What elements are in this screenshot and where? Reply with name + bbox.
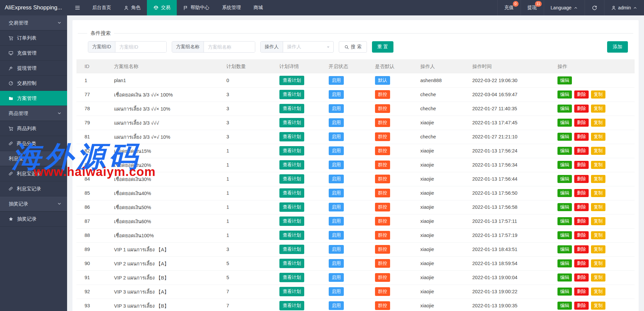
default-flag-button[interactable]: 群控 bbox=[375, 132, 390, 141]
copy-button[interactable]: 复制 bbox=[591, 217, 605, 225]
sidebar-item-recharge-manage[interactable]: 充值管理 bbox=[0, 46, 67, 61]
sidebar-item-interest-records[interactable]: 利息宝记录 bbox=[0, 181, 67, 196]
copy-button[interactable]: 复制 bbox=[591, 245, 605, 253]
delete-button[interactable]: 删除 bbox=[574, 147, 589, 155]
default-flag-button[interactable]: 群控 bbox=[375, 231, 390, 240]
copy-button[interactable]: 复制 bbox=[591, 203, 605, 211]
view-plan-button[interactable]: 查看计划 bbox=[279, 118, 304, 127]
view-plan-button[interactable]: 查看计划 bbox=[279, 231, 304, 240]
status-enabled-button[interactable]: 启用 bbox=[329, 301, 344, 310]
delete-button[interactable]: 删除 bbox=[574, 119, 589, 127]
delete-button[interactable]: 删除 bbox=[574, 203, 589, 211]
add-button[interactable]: 添加 bbox=[607, 41, 628, 53]
edit-button[interactable]: 编辑 bbox=[557, 302, 572, 310]
language-menu[interactable]: Language bbox=[544, 0, 585, 15]
plan-group-id-input[interactable] bbox=[115, 42, 166, 52]
status-enabled-button[interactable]: 启用 bbox=[329, 175, 344, 183]
edit-button[interactable]: 编辑 bbox=[557, 203, 572, 211]
view-plan-button[interactable]: 查看计划 bbox=[279, 216, 304, 226]
delete-button[interactable]: 删除 bbox=[574, 288, 589, 296]
default-flag-button[interactable]: 群控 bbox=[375, 273, 390, 282]
edit-button[interactable]: 编辑 bbox=[557, 288, 572, 296]
search-button[interactable]: 搜 索 bbox=[339, 41, 367, 53]
status-enabled-button[interactable]: 启用 bbox=[329, 203, 344, 211]
edit-button[interactable]: 编辑 bbox=[557, 147, 572, 155]
edit-button[interactable]: 编辑 bbox=[557, 76, 572, 84]
view-plan-button[interactable]: 查看计划 bbox=[279, 259, 304, 268]
view-plan-button[interactable]: 查看计划 bbox=[279, 132, 304, 141]
default-flag-button[interactable]: 群控 bbox=[375, 90, 390, 99]
default-flag-button[interactable]: 群控 bbox=[375, 287, 390, 296]
delete-button[interactable]: 删除 bbox=[574, 245, 589, 253]
edit-button[interactable]: 编辑 bbox=[557, 189, 572, 197]
view-plan-button[interactable]: 查看计划 bbox=[279, 287, 304, 296]
status-enabled-button[interactable]: 启用 bbox=[329, 76, 344, 85]
default-flag-button[interactable]: 群控 bbox=[375, 118, 390, 127]
sidebar-item-lottery-records[interactable]: 抽奖记录 bbox=[0, 211, 67, 227]
view-plan-button[interactable]: 查看计划 bbox=[279, 202, 304, 212]
delete-button[interactable]: 删除 bbox=[574, 90, 589, 99]
copy-button[interactable]: 复制 bbox=[591, 105, 605, 113]
default-flag-button[interactable]: 群控 bbox=[375, 104, 390, 113]
withdraw-button[interactable]: 提现 11 bbox=[521, 0, 544, 15]
sidebar-group-trade-manage[interactable]: 交易管理 bbox=[0, 15, 67, 30]
default-flag-button[interactable]: 群控 bbox=[375, 245, 390, 254]
status-enabled-button[interactable]: 启用 bbox=[329, 245, 344, 254]
view-plan-button[interactable]: 查看计划 bbox=[279, 76, 304, 85]
recharge-button[interactable]: 充值 0 bbox=[497, 0, 521, 15]
delete-button[interactable]: 删除 bbox=[574, 302, 589, 310]
status-enabled-button[interactable]: 启用 bbox=[329, 118, 344, 127]
view-plan-button[interactable]: 查看计划 bbox=[279, 174, 304, 184]
sidebar-item-goods-list[interactable]: 商品列表 bbox=[0, 121, 67, 136]
edit-button[interactable]: 编辑 bbox=[557, 119, 572, 127]
sidebar-group-lottery-records-group[interactable]: 抽奖记录 bbox=[0, 196, 67, 211]
copy-button[interactable]: 复制 bbox=[591, 147, 605, 155]
delete-button[interactable]: 删除 bbox=[574, 273, 589, 282]
delete-button[interactable]: 删除 bbox=[574, 161, 589, 169]
edit-button[interactable]: 编辑 bbox=[557, 161, 572, 169]
edit-button[interactable]: 编辑 bbox=[557, 231, 572, 239]
menu-item-trade[interactable]: 交易 bbox=[147, 0, 177, 15]
status-enabled-button[interactable]: 启用 bbox=[329, 189, 344, 197]
delete-button[interactable]: 删除 bbox=[574, 231, 589, 239]
copy-button[interactable]: 复制 bbox=[591, 133, 605, 141]
default-flag-button[interactable]: 群控 bbox=[375, 175, 390, 183]
copy-button[interactable]: 复制 bbox=[591, 189, 605, 197]
status-enabled-button[interactable]: 启用 bbox=[329, 132, 344, 141]
default-flag-button[interactable]: 群控 bbox=[375, 189, 390, 197]
copy-button[interactable]: 复制 bbox=[591, 119, 605, 127]
view-plan-button[interactable]: 查看计划 bbox=[279, 90, 304, 99]
copy-button[interactable]: 复制 bbox=[591, 90, 605, 99]
edit-button[interactable]: 编辑 bbox=[557, 133, 572, 141]
menu-item-system-manage[interactable]: 系统管理 bbox=[216, 0, 247, 15]
copy-button[interactable]: 复制 bbox=[591, 273, 605, 282]
status-enabled-button[interactable]: 启用 bbox=[329, 259, 344, 268]
view-plan-button[interactable]: 查看计划 bbox=[279, 301, 304, 310]
copy-button[interactable]: 复制 bbox=[591, 302, 605, 310]
view-plan-button[interactable]: 查看计划 bbox=[279, 160, 304, 170]
copy-button[interactable]: 复制 bbox=[591, 288, 605, 296]
menu-item-help-center[interactable]: 帮助中心 bbox=[177, 0, 216, 15]
edit-button[interactable]: 编辑 bbox=[557, 273, 572, 282]
edit-button[interactable]: 编辑 bbox=[557, 105, 572, 113]
menu-item-role[interactable]: 角色 bbox=[117, 0, 147, 15]
copy-button[interactable]: 复制 bbox=[591, 175, 605, 183]
view-plan-button[interactable]: 查看计划 bbox=[279, 245, 304, 254]
delete-button[interactable]: 删除 bbox=[574, 133, 589, 141]
edit-button[interactable]: 编辑 bbox=[557, 259, 572, 267]
reset-button[interactable]: 重 置 bbox=[372, 41, 393, 53]
default-flag-button[interactable]: 群控 bbox=[375, 146, 390, 155]
view-plan-button[interactable]: 查看计划 bbox=[279, 146, 304, 156]
default-flag-button[interactable]: 群控 bbox=[375, 259, 390, 268]
status-enabled-button[interactable]: 启用 bbox=[329, 217, 344, 226]
default-flag-button[interactable]: 群控 bbox=[375, 301, 390, 310]
view-plan-button[interactable]: 查看计划 bbox=[279, 188, 304, 198]
edit-button[interactable]: 编辑 bbox=[557, 217, 572, 225]
sidebar-item-goods-category[interactable]: 商品分类 bbox=[0, 136, 67, 151]
copy-button[interactable]: 复制 bbox=[591, 231, 605, 239]
sidebar-item-interest-options[interactable]: 利息宝选项 bbox=[0, 166, 67, 181]
status-enabled-button[interactable]: 启用 bbox=[329, 273, 344, 282]
copy-button[interactable]: 复制 bbox=[591, 161, 605, 169]
default-flag-button[interactable]: 默认 bbox=[375, 76, 390, 85]
delete-button[interactable]: 删除 bbox=[574, 259, 589, 267]
